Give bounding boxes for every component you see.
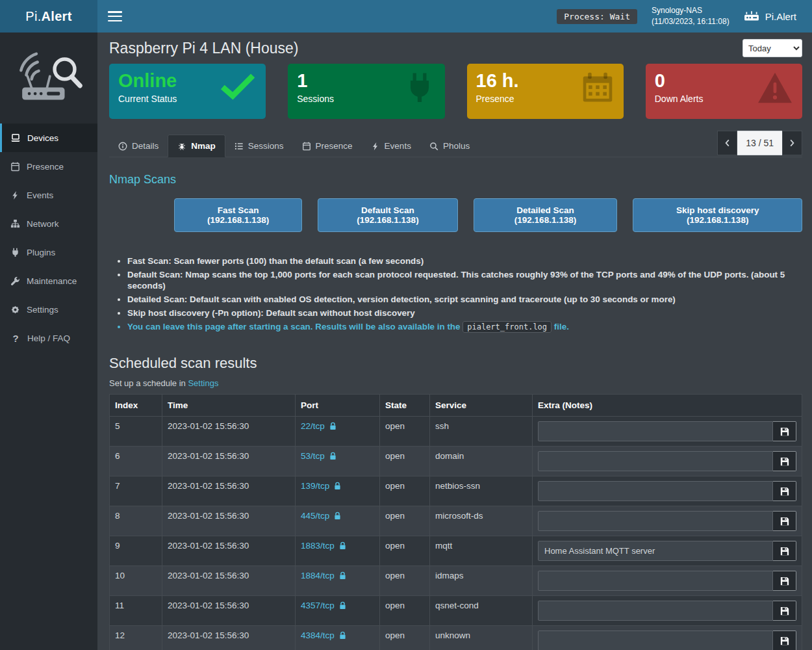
save-note-button[interactable] bbox=[773, 630, 796, 650]
cell-service: netbios-ssn bbox=[430, 476, 533, 506]
note-input[interactable] bbox=[538, 481, 773, 501]
card-down-alerts[interactable]: 0 Down Alerts bbox=[646, 64, 802, 119]
note-group bbox=[538, 541, 796, 561]
sidebar-item-label: Events bbox=[27, 190, 53, 200]
nas-device-icon bbox=[744, 10, 759, 22]
lock-icon bbox=[334, 482, 341, 490]
detailed-scan-button[interactable]: Detailed Scan (192.168.1.138) bbox=[474, 198, 618, 232]
period-select[interactable]: Today bbox=[742, 39, 802, 57]
port-link[interactable]: 4357/tcp bbox=[301, 601, 346, 610]
col-extra-notes: Extra (Notes) bbox=[533, 395, 802, 417]
sidebar-item-devices[interactable]: Devices bbox=[0, 124, 97, 152]
table-row: 5 2023-01-02 15:56:30 22/tcp open ssh bbox=[110, 417, 802, 447]
cell-index: 8 bbox=[110, 506, 162, 536]
calendar-icon bbox=[581, 72, 615, 105]
col-time: Time bbox=[162, 395, 296, 417]
port-link[interactable]: 22/tcp bbox=[301, 421, 336, 431]
navbar-right: Process: Wait Synology-NAS (11/03/2023, … bbox=[557, 5, 802, 27]
port-number: 4357/tcp bbox=[301, 601, 335, 610]
save-note-button[interactable] bbox=[773, 511, 796, 531]
card-current-status[interactable]: Online Current Status bbox=[109, 64, 266, 119]
save-note-button[interactable] bbox=[773, 601, 796, 621]
cell-service: ssh bbox=[430, 417, 533, 447]
port-link[interactable]: 4384/tcp bbox=[301, 630, 346, 640]
tab-nmap[interactable]: Nmap bbox=[168, 135, 225, 157]
tab-label: Details bbox=[132, 141, 159, 151]
port-number: 22/tcp bbox=[301, 421, 325, 431]
default-scan-button[interactable]: Default Scan (192.168.1.138) bbox=[318, 198, 457, 232]
tab-details[interactable]: Details bbox=[109, 135, 168, 157]
cell-service: idmaps bbox=[430, 566, 533, 596]
table-row: 10 2023-01-02 15:56:30 1884/tcp open idm… bbox=[110, 566, 802, 596]
question-icon: ? bbox=[10, 333, 21, 344]
hamburger-menu-icon[interactable] bbox=[108, 11, 122, 21]
check-icon bbox=[219, 72, 257, 100]
port-link[interactable]: 139/tcp bbox=[301, 481, 341, 491]
cell-time: 2023-01-02 15:56:30 bbox=[162, 536, 296, 566]
scan-descriptions: Fast Scan: Scan fewer ports (100) than t… bbox=[109, 255, 802, 333]
settings-link[interactable]: Settings bbox=[188, 378, 218, 388]
note-input[interactable] bbox=[538, 601, 773, 621]
port-number: 1884/tcp bbox=[301, 571, 335, 580]
tab-sessions[interactable]: Sessions bbox=[225, 135, 293, 157]
tab-events[interactable]: Events bbox=[362, 135, 420, 157]
card-sessions[interactable]: 1 Sessions bbox=[288, 64, 444, 119]
port-link[interactable]: 53/tcp bbox=[301, 451, 336, 461]
app-logo[interactable]: Pi.Alert bbox=[0, 0, 97, 32]
logo-text-suffix: Alert bbox=[42, 9, 72, 24]
info-icon bbox=[118, 142, 127, 151]
app-name-box[interactable]: Pi.Alert bbox=[744, 10, 802, 22]
lock-icon bbox=[339, 541, 346, 550]
sidebar-item-label: Maintenance bbox=[27, 276, 77, 286]
tab-label: Pholus bbox=[443, 141, 470, 151]
save-note-button[interactable] bbox=[773, 451, 796, 471]
save-note-button[interactable] bbox=[773, 571, 796, 591]
skip-host-discovery-button[interactable]: Skip host discovery (192.168.1.138) bbox=[633, 198, 802, 232]
cell-time: 2023-01-02 15:56:30 bbox=[162, 506, 296, 536]
device-tabs: Details Nmap Sessions bbox=[109, 132, 802, 157]
cell-index: 11 bbox=[110, 596, 162, 626]
card-presence[interactable]: 16 h. Presence bbox=[467, 64, 624, 119]
note-group bbox=[538, 511, 796, 531]
port-link[interactable]: 1883/tcp bbox=[301, 541, 346, 551]
port-link[interactable]: 1884/tcp bbox=[301, 571, 346, 580]
note-input[interactable] bbox=[538, 571, 773, 591]
tab-presence[interactable]: Presence bbox=[293, 135, 362, 157]
note-group bbox=[538, 451, 796, 471]
note-input[interactable] bbox=[538, 421, 773, 441]
next-device-button[interactable] bbox=[782, 131, 802, 155]
list-icon bbox=[235, 142, 244, 151]
host-timestamp: (11/03/2023, 16:11:08) bbox=[652, 16, 730, 27]
save-note-button[interactable] bbox=[773, 421, 796, 441]
save-note-button[interactable] bbox=[773, 541, 796, 561]
bolt-icon bbox=[371, 142, 380, 151]
sidebar-item-presence[interactable]: Presence bbox=[0, 152, 97, 181]
scan-results-body: 5 2023-01-02 15:56:30 22/tcp open ssh bbox=[110, 417, 802, 650]
prev-device-button[interactable] bbox=[717, 131, 737, 155]
save-note-button[interactable] bbox=[773, 481, 796, 501]
tab-pholus[interactable]: Pholus bbox=[420, 135, 479, 157]
sidebar-item-events[interactable]: Events bbox=[0, 181, 97, 209]
calendar-icon bbox=[10, 162, 20, 172]
note-input[interactable] bbox=[538, 630, 773, 650]
table-row: 9 2023-01-02 15:56:30 1883/tcp open mqtt bbox=[110, 536, 802, 566]
port-link[interactable]: 445/tcp bbox=[301, 511, 341, 521]
lock-icon bbox=[339, 571, 346, 580]
host-info: Synology-NAS (11/03/2023, 16:11:08) bbox=[652, 5, 730, 27]
sidebar-item-network[interactable]: Network bbox=[0, 209, 97, 238]
log-note-text: You can leave this page after starting a… bbox=[127, 322, 461, 332]
sidebar-item-plugins[interactable]: Plugins bbox=[0, 238, 97, 266]
cell-index: 12 bbox=[110, 626, 162, 650]
note-input[interactable] bbox=[538, 451, 773, 471]
cell-time: 2023-01-02 15:56:30 bbox=[162, 417, 296, 447]
sidebar-item-label: Plugins bbox=[27, 248, 55, 257]
host-name: Synology-NAS bbox=[652, 5, 730, 16]
sidebar-item-help[interactable]: ? Help / FAQ bbox=[0, 324, 97, 352]
sidebar-item-maintenance[interactable]: Maintenance bbox=[0, 266, 97, 295]
note-input[interactable] bbox=[538, 541, 773, 561]
sidebar-item-settings[interactable]: Settings bbox=[0, 295, 97, 324]
fast-scan-button[interactable]: Fast Scan (192.168.1.138) bbox=[174, 198, 302, 232]
cell-note bbox=[533, 476, 802, 506]
note-input[interactable] bbox=[538, 511, 773, 531]
note-group bbox=[538, 601, 796, 621]
